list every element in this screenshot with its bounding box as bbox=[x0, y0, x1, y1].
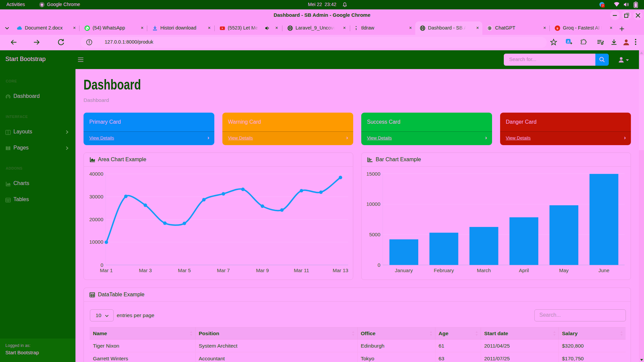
svg-text:Mar 13: Mar 13 bbox=[333, 267, 348, 273]
svg-text:10000: 10000 bbox=[89, 239, 103, 245]
svg-text:Mar 7: Mar 7 bbox=[217, 267, 230, 273]
svg-text:5000: 5000 bbox=[369, 232, 380, 237]
svg-text:March: March bbox=[477, 267, 491, 273]
svg-text:0: 0 bbox=[101, 262, 103, 268]
svg-text:Mar 11: Mar 11 bbox=[294, 267, 309, 273]
svg-text:10000: 10000 bbox=[366, 201, 380, 207]
svg-text:20000: 20000 bbox=[89, 217, 103, 222]
svg-text:April: April bbox=[519, 267, 529, 273]
svg-text:February: February bbox=[434, 267, 454, 273]
svg-text:9: 9 bbox=[556, 26, 558, 30]
svg-text:30000: 30000 bbox=[89, 194, 103, 199]
svg-text:A: A bbox=[567, 40, 570, 44]
svg-text:June: June bbox=[598, 267, 609, 273]
svg-text:7: 7 bbox=[602, 4, 604, 7]
svg-text:Mar 3: Mar 3 bbox=[139, 267, 152, 273]
svg-text:Mar 5: Mar 5 bbox=[178, 267, 191, 273]
svg-text:0: 0 bbox=[378, 262, 380, 268]
svg-text:January: January bbox=[395, 267, 413, 273]
svg-text:40000: 40000 bbox=[89, 171, 103, 177]
svg-text:15000: 15000 bbox=[366, 171, 380, 177]
svg-text:Mar 9: Mar 9 bbox=[256, 267, 269, 273]
svg-text:Mar 1: Mar 1 bbox=[100, 267, 113, 273]
svg-text:May: May bbox=[559, 267, 569, 273]
